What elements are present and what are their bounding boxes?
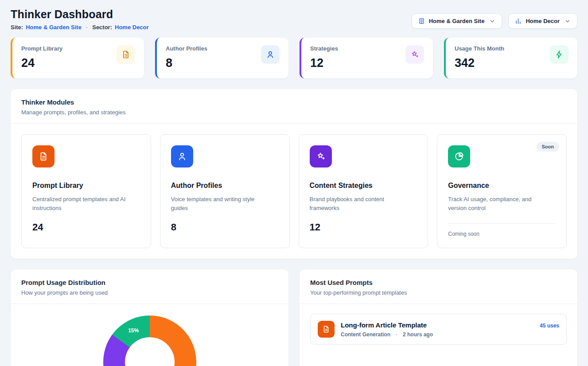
prompt-meta: Content Generation · 2 hours ago xyxy=(341,331,433,338)
stat-card-author-profiles: Author Profiles 8 xyxy=(155,38,288,78)
header-left: Thinker Dashboard Site: Home & Garden Si… xyxy=(11,8,149,31)
module-description: Centralized prompt templates and AI inst… xyxy=(32,195,134,213)
most-used-prompts-header: Most Used Prompts Your top-performing pr… xyxy=(300,269,577,304)
person-icon xyxy=(171,145,193,167)
dashboard-page: Thinker Dashboard Site: Home & Garden Si… xyxy=(0,0,588,366)
site-label: Site: xyxy=(11,24,23,31)
stat-info: Strategies 12 xyxy=(310,45,338,70)
module-title: Content Strategies xyxy=(310,182,417,190)
stat-label: Usage This Month xyxy=(455,45,504,52)
document-icon xyxy=(318,321,335,338)
soon-badge: Soon xyxy=(537,142,560,152)
module-description: Brand playbooks and content frameworks xyxy=(310,195,412,213)
prompts-list: Long-form Article Template Content Gener… xyxy=(300,304,577,354)
chevron-down-icon xyxy=(565,18,571,24)
stat-value: 12 xyxy=(310,56,338,70)
module-description: Track AI usage, compliance, and version … xyxy=(448,195,550,213)
module-count: 24 xyxy=(32,222,140,233)
modules-title: Thinker Modules xyxy=(21,98,567,106)
site-link[interactable]: Home & Garden Site xyxy=(26,24,82,31)
person-icon xyxy=(261,45,280,64)
module-description: Voice templates and writing style guides xyxy=(171,195,273,213)
list-item[interactable]: Long-form Article Template Content Gener… xyxy=(310,314,567,345)
sector-link[interactable]: Home Decor xyxy=(115,24,149,31)
breadcrumb: Site: Home & Garden Site · Sector: Home … xyxy=(11,24,149,31)
site-selector-label: Home & Garden Site xyxy=(429,18,485,24)
stat-card-usage: Usage This Month 342 xyxy=(444,38,577,78)
modules-section: Thinker Modules Manage prompts, profiles… xyxy=(11,89,577,259)
prompt-category: Content Generation xyxy=(341,331,390,338)
stat-info: Author Profiles 8 xyxy=(166,45,207,70)
donut-hole xyxy=(125,337,175,366)
usage-distribution-card: Prompt Usage Distribution How your promp… xyxy=(11,269,288,366)
stat-card-prompt-library: Prompt Library 24 xyxy=(11,38,144,78)
usage-donut: 15% xyxy=(103,315,196,366)
sector-selector-dropdown[interactable]: Home Decor xyxy=(508,13,577,29)
meta-separator: · xyxy=(396,331,397,338)
page-title: Thinker Dashboard xyxy=(11,8,149,21)
usage-distribution-subtitle: How your prompts are being used xyxy=(21,289,278,296)
donut-segment-label: 15% xyxy=(128,327,139,334)
prompt-title: Long-form Article Template xyxy=(341,321,433,329)
pie-chart-icon xyxy=(448,145,470,167)
sector-label: Sector: xyxy=(92,24,112,31)
bar-chart-icon xyxy=(515,18,522,24)
coming-soon-text: Coming soon xyxy=(448,223,556,237)
uses-badge: 45 uses xyxy=(540,323,559,329)
chevron-down-icon xyxy=(489,18,495,24)
header-selectors: Home & Garden Site Home Decor xyxy=(412,13,577,29)
most-used-prompts-card: Most Used Prompts Your top-performing pr… xyxy=(300,269,577,366)
module-card-prompt-library[interactable]: Prompt Library Centralized prompt templa… xyxy=(21,134,151,248)
stats-row: Prompt Library 24 Author Profiles 8 Stra… xyxy=(11,38,577,78)
module-card-governance[interactable]: Soon Governance Track AI usage, complian… xyxy=(437,134,567,248)
modules-header: Thinker Modules Manage prompts, profiles… xyxy=(11,89,577,124)
module-title: Governance xyxy=(448,182,556,190)
stat-info: Usage This Month 342 xyxy=(455,45,504,70)
prompt-time: 2 hours ago xyxy=(403,331,433,338)
stat-card-strategies: Strategies 12 xyxy=(300,38,433,78)
modules-grid: Prompt Library Centralized prompt templa… xyxy=(11,124,577,259)
building-icon xyxy=(418,18,425,24)
stat-label: Strategies xyxy=(310,45,338,52)
modules-subtitle: Manage prompts, profiles, and strategies xyxy=(21,109,567,116)
module-card-author-profiles[interactable]: Author Profiles Voice templates and writ… xyxy=(160,134,290,248)
lightning-icon xyxy=(550,45,569,64)
document-icon xyxy=(32,145,55,167)
usage-distribution-header: Prompt Usage Distribution How your promp… xyxy=(11,269,288,304)
stat-label: Prompt Library xyxy=(21,45,62,52)
stat-value: 8 xyxy=(166,56,207,70)
header: Thinker Dashboard Site: Home & Garden Si… xyxy=(11,8,577,31)
module-card-content-strategies[interactable]: Content Strategies Brand playbooks and c… xyxy=(299,134,428,248)
breadcrumb-separator: · xyxy=(86,24,88,31)
module-count: 12 xyxy=(310,222,417,233)
document-icon xyxy=(117,45,135,64)
stat-value: 342 xyxy=(455,56,504,70)
stat-label: Author Profiles xyxy=(166,45,207,52)
sparkle-star-icon xyxy=(405,45,424,64)
stat-value: 24 xyxy=(21,56,62,70)
bottom-row: Prompt Usage Distribution How your promp… xyxy=(11,269,577,366)
module-title: Prompt Library xyxy=(32,182,140,190)
module-count: 8 xyxy=(171,222,279,233)
usage-distribution-title: Prompt Usage Distribution xyxy=(21,279,278,286)
most-used-prompts-title: Most Used Prompts xyxy=(310,279,567,286)
site-selector-dropdown[interactable]: Home & Garden Site xyxy=(412,13,502,29)
usage-chart-area: 15% xyxy=(11,304,288,366)
most-used-prompts-subtitle: Your top-performing prompt templates xyxy=(310,289,567,296)
sector-selector-label: Home Decor xyxy=(526,18,560,24)
sparkle-star-icon xyxy=(310,145,332,167)
prompt-item-info: Long-form Article Template Content Gener… xyxy=(341,321,433,338)
stat-info: Prompt Library 24 xyxy=(21,45,62,70)
module-title: Author Profiles xyxy=(171,182,279,190)
